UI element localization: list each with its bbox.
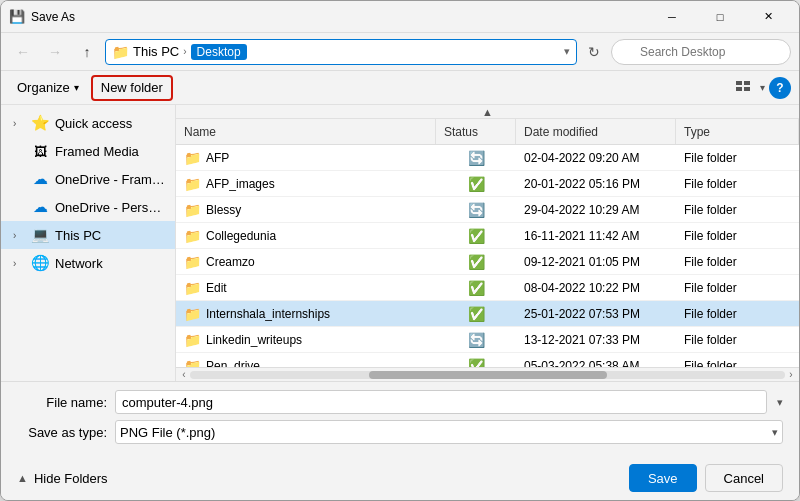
help-button[interactable]: ? <box>769 77 791 99</box>
cell-date: 08-04-2022 10:22 PM <box>516 275 676 300</box>
filetype-label: Save as type: <box>17 425 107 440</box>
path-segment-desktop: Desktop <box>191 44 247 60</box>
cell-name: 📁 Collegedunia <box>176 223 436 248</box>
folder-icon: 📁 <box>184 150 200 166</box>
filetype-row: Save as type: PNG File (*.png) ▾ <box>17 420 783 444</box>
sync-icon: 🔄 <box>468 150 485 166</box>
cell-name: 📁 Blessy <box>176 197 436 222</box>
table-row[interactable]: 📁 Linkedin_writeups 🔄 13-12-2021 07:33 P… <box>176 327 799 353</box>
organize-button[interactable]: Organize ▾ <box>9 75 87 101</box>
cancel-button[interactable]: Cancel <box>705 464 783 492</box>
maximize-button[interactable]: □ <box>697 1 743 33</box>
folder-icon: 📁 <box>184 306 200 322</box>
table-row[interactable]: 📁 Creamzo ✅ 09-12-2021 01:05 PM File fol… <box>176 249 799 275</box>
column-header-name[interactable]: Name <box>176 119 436 144</box>
file-panel: ▲ Name Status Date modified Type <box>176 105 799 381</box>
help-label: ? <box>776 81 783 95</box>
this-pc-icon: 💻 <box>31 226 49 244</box>
cell-type: File folder <box>676 327 799 352</box>
filename-input[interactable] <box>115 390 767 414</box>
cell-date: 25-01-2022 07:53 PM <box>516 301 676 326</box>
organize-arrow: ▾ <box>74 82 79 93</box>
folder-icon: 📁 <box>184 176 200 192</box>
onedrive-framed-icon: ☁ <box>31 170 49 188</box>
table-row[interactable]: 📁 Blessy 🔄 29-04-2022 10:29 AM File fold… <box>176 197 799 223</box>
cell-date: 09-12-2021 01:05 PM <box>516 249 676 274</box>
cell-name: 📁 Edit <box>176 275 436 300</box>
back-button[interactable]: ← <box>9 38 37 66</box>
table-row[interactable]: 📁 Internshala_internships ✅ 25-01-2022 0… <box>176 301 799 327</box>
table-row[interactable]: 📁 Edit ✅ 08-04-2022 10:22 PM File folder <box>176 275 799 301</box>
scroll-right-btn[interactable]: › <box>785 369 797 380</box>
expand-arrow: › <box>13 118 25 129</box>
sidebar-item-onedrive-framed[interactable]: ☁ OneDrive - Framed M <box>1 165 175 193</box>
save-button[interactable]: Save <box>629 464 697 492</box>
check-icon: ✅ <box>468 228 485 244</box>
cell-name: 📁 Linkedin_writeups <box>176 327 436 352</box>
file-list[interactable]: ▲ Name Status Date modified Type <box>176 105 799 367</box>
cell-name: 📁 AFP_images <box>176 171 436 196</box>
svg-rect-3 <box>744 87 750 91</box>
cell-status: 🔄 <box>436 197 516 222</box>
filename-dropdown-arrow[interactable]: ▾ <box>777 396 783 409</box>
cell-type: File folder <box>676 171 799 196</box>
scroll-thumb <box>369 371 607 379</box>
table-row[interactable]: 📁 Pen_drive ✅ 05-03-2022 05:38 AM File f… <box>176 353 799 367</box>
search-input[interactable] <box>611 39 791 65</box>
expand-arrow: › <box>13 230 25 241</box>
address-path[interactable]: 📁 This PC › Desktop ▾ <box>105 39 577 65</box>
column-header-date[interactable]: Date modified <box>516 119 676 144</box>
new-folder-button[interactable]: New folder <box>91 75 173 101</box>
view-button[interactable] <box>730 75 756 101</box>
toolbar: Organize ▾ New folder ▾ ? <box>1 71 799 105</box>
column-header-status[interactable]: Status <box>436 119 516 144</box>
cell-type: File folder <box>676 301 799 326</box>
sidebar-item-this-pc[interactable]: › 💻 This PC <box>1 221 175 249</box>
folder-icon: 📁 <box>184 254 200 270</box>
table-row[interactable]: 📁 AFP 🔄 02-04-2022 09:20 AM File folder <box>176 145 799 171</box>
path-segment-thispc: This PC <box>133 44 179 59</box>
sidebar-label-quick-access: Quick access <box>55 116 167 131</box>
hide-folders-toggle[interactable]: ▲ Hide Folders <box>17 471 108 486</box>
cell-name: 📁 AFP <box>176 145 436 170</box>
sidebar-label-framed-media: Framed Media <box>55 144 167 159</box>
scroll-left-btn[interactable]: ‹ <box>178 369 190 380</box>
table-row[interactable]: 📁 AFP_images ✅ 20-01-2022 05:16 PM File … <box>176 171 799 197</box>
close-button[interactable]: ✕ <box>745 1 791 33</box>
cell-date: 02-04-2022 09:20 AM <box>516 145 676 170</box>
sidebar-item-quick-access[interactable]: › ⭐ Quick access <box>1 109 175 137</box>
cell-date: 13-12-2021 07:33 PM <box>516 327 676 352</box>
sidebar-item-framed-media[interactable]: 🖼 Framed Media <box>1 137 175 165</box>
folder-icon: 📁 <box>184 202 200 218</box>
folder-icon: 📁 <box>184 228 200 244</box>
check-icon: ✅ <box>468 358 485 368</box>
filetype-dropdown-arrow: ▾ <box>772 426 778 439</box>
sort-indicator: ▲ <box>482 106 493 118</box>
check-icon: ✅ <box>468 306 485 322</box>
column-header-type[interactable]: Type <box>676 119 799 144</box>
view-separator: ▾ <box>760 82 765 93</box>
cell-status: ✅ <box>436 171 516 196</box>
refresh-button[interactable]: ↻ <box>581 39 607 65</box>
main-content: › ⭐ Quick access 🖼 Framed Media ☁ OneDri… <box>1 105 799 381</box>
file-list-header: Name Status Date modified Type <box>176 119 799 145</box>
sidebar-item-onedrive-personal[interactable]: ☁ OneDrive - Personal <box>1 193 175 221</box>
up-button[interactable]: ↑ <box>73 38 101 66</box>
hide-folders-arrow: ▲ <box>17 472 28 484</box>
check-icon: ✅ <box>468 280 485 296</box>
scroll-indicator[interactable]: ‹ › <box>176 367 799 381</box>
cell-name: 📁 Pen_drive <box>176 353 436 367</box>
filetype-select[interactable]: PNG File (*.png) ▾ <box>115 420 783 444</box>
filename-row: File name: ▾ <box>17 390 783 414</box>
network-icon: 🌐 <box>31 254 49 272</box>
forward-button[interactable]: → <box>41 38 69 66</box>
window-controls: ─ □ ✕ <box>649 1 791 33</box>
cell-type: File folder <box>676 145 799 170</box>
toolbar-right: ▾ ? <box>730 75 791 101</box>
minimize-button[interactable]: ─ <box>649 1 695 33</box>
sidebar-item-network[interactable]: › 🌐 Network <box>1 249 175 277</box>
scroll-track <box>190 371 785 379</box>
address-bar: ← → ↑ 📁 This PC › Desktop ▾ ↻ 🔍 <box>1 33 799 71</box>
table-row[interactable]: 📁 Collegedunia ✅ 16-11-2021 11:42 AM Fil… <box>176 223 799 249</box>
cell-status: ✅ <box>436 249 516 274</box>
